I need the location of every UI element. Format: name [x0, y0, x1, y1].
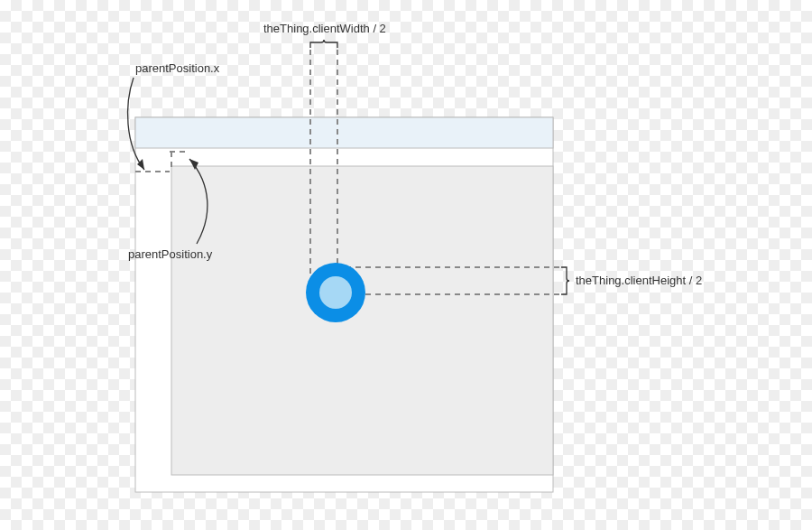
label-parent-x: parentPosition.x: [135, 61, 219, 75]
bracket-client-width: [310, 40, 337, 48]
bracket-client-height: [561, 267, 569, 294]
diagram-stage: parentPosition.x parentPosition.y theThi…: [0, 0, 812, 530]
label-parent-y: parentPosition.y: [128, 247, 212, 261]
browser-titlebar: [135, 117, 553, 148]
label-client-height-half: theThing.clientHeight / 2: [576, 274, 702, 287]
diagram-svg: [0, 0, 812, 530]
the-thing-inner-circle: [319, 276, 352, 309]
content-area: [171, 166, 553, 475]
label-client-width-half: theThing.clientWidth / 2: [263, 22, 386, 35]
